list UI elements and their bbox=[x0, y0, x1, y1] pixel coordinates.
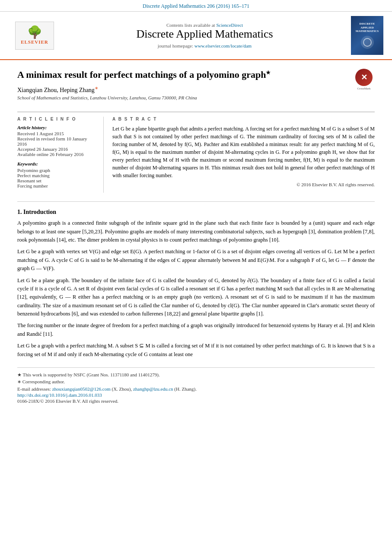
keyword-1: Polyomino graph bbox=[17, 168, 97, 173]
logo-area: 🌳 ELSEVIER bbox=[9, 16, 61, 55]
contents-label: Contents lists available at ScienceDirec… bbox=[166, 22, 243, 28]
title-row: A minimax result for perfect matchings o… bbox=[17, 69, 375, 107]
issn-line: 0166-218X/© 2016 Elsevier B.V. All right… bbox=[17, 398, 375, 405]
copyright-line: © 2016 Elsevier B.V. All rights reserved… bbox=[112, 182, 375, 187]
elsevier-logo: 🌳 ELSEVIER bbox=[15, 22, 54, 50]
paper-title: A minimax result for perfect matchings o… bbox=[17, 69, 271, 81]
logo-tree-icon: 🌳 bbox=[27, 26, 42, 38]
thumb-box: DISCRETE APPLIED MATHEMATICS bbox=[351, 16, 383, 55]
thumb-circle-inner bbox=[363, 38, 372, 47]
thumb-circle bbox=[361, 36, 374, 49]
doi-link[interactable]: http://dx.doi.org/10.1016/j.dam.2016.01.… bbox=[17, 392, 375, 398]
journal-thumbnail: DISCRETE APPLIED MATHEMATICS bbox=[349, 16, 383, 55]
email2-name: (H. Zhang). bbox=[174, 386, 197, 392]
crossmark-icon: ✕ bbox=[355, 69, 373, 86]
intro-para4: The forcing number or the innate degree … bbox=[17, 322, 375, 338]
homepage-link[interactable]: www.elsevier.com/locate/dam bbox=[194, 43, 252, 48]
title-block: A minimax result for perfect matchings o… bbox=[17, 69, 271, 107]
article-info-label: A R T I C L E I N F O bbox=[17, 117, 97, 121]
abstract-divider bbox=[17, 201, 375, 202]
article-info: A R T I C L E I N F O Article history: R… bbox=[17, 117, 104, 193]
keyword-4: Forcing number bbox=[17, 183, 97, 188]
footnote-2: ∗ Corresponding author. bbox=[17, 378, 375, 385]
top-banner: Discrete Applied Mathematics 206 (2016) … bbox=[0, 0, 392, 12]
title-star: ★ bbox=[266, 70, 271, 76]
keyword-3: Resonant set bbox=[17, 178, 97, 183]
keywords-group: Keywords: Polyomino graph Perfect matchi… bbox=[17, 161, 97, 188]
sciencedirect-link[interactable]: ScienceDirect bbox=[216, 22, 243, 28]
email2-link[interactable]: zhanghp@lzu.edu.cn bbox=[133, 386, 173, 392]
intro-para3: Let G be a plane graph. The boundary of … bbox=[17, 277, 375, 318]
accepted: Accepted 26 January 2016 bbox=[17, 146, 97, 152]
logo-box: 🌳 ELSEVIER bbox=[15, 22, 54, 50]
crossmark-label: CrossMark bbox=[357, 87, 370, 90]
journal-title: Discrete Applied Mathematics bbox=[136, 28, 273, 41]
history-label: Article history: bbox=[17, 125, 97, 130]
crossmark[interactable]: ✕ CrossMark bbox=[353, 69, 375, 90]
two-col-layout: A R T I C L E I N F O Article history: R… bbox=[17, 117, 375, 193]
keywords-label: Keywords: bbox=[17, 161, 97, 166]
journal-header: 🌳 ELSEVIER Contents lists available at S… bbox=[0, 12, 392, 60]
intro-para1: A polyomino graph is a connected finite … bbox=[17, 219, 375, 244]
intro-para2: Let G be a graph with vertex set V(G) an… bbox=[17, 248, 375, 273]
keyword-2: Perfect matching bbox=[17, 173, 97, 178]
journal-issue-link[interactable]: Discrete Applied Mathematics 206 (2016) … bbox=[143, 3, 249, 9]
received1: Received 1 August 2015 bbox=[17, 131, 97, 136]
journal-center: Contents lists available at ScienceDirec… bbox=[65, 16, 344, 55]
journal-homepage: journal homepage: www.elsevier.com/locat… bbox=[158, 43, 252, 48]
article-history-group: Article history: Received 1 August 2015 … bbox=[17, 125, 97, 157]
footnote-email: E-mail addresses: zhouxiangqian0502@126.… bbox=[17, 385, 375, 393]
email1-name: (X. Zhou), bbox=[112, 386, 133, 392]
thumb-title: DISCRETE APPLIED MATHEMATICS bbox=[353, 22, 382, 33]
intro-para5: Let G be a graph with a perfect matching… bbox=[17, 342, 375, 359]
logo-name: ELSEVIER bbox=[21, 39, 48, 45]
abstract-label: A B S T R A C T bbox=[112, 117, 375, 121]
available-online: Available online 26 February 2016 bbox=[17, 152, 97, 157]
abstract-text: Let G be a plane bipartite graph that ad… bbox=[112, 125, 375, 179]
authors: Xiangqian Zhou, Heping Zhang∗ bbox=[17, 86, 271, 94]
affiliation: School of Mathematics and Statistics, La… bbox=[17, 95, 271, 100]
intro-heading: 1. Introduction bbox=[17, 209, 375, 216]
main-content: A minimax result for perfect matchings o… bbox=[0, 60, 392, 414]
authors-star: ∗ bbox=[95, 86, 98, 90]
abstract-col: A B S T R A C T Let G be a plane biparti… bbox=[112, 117, 375, 193]
revised: Received in revised form 10 January 2016 bbox=[17, 136, 97, 146]
footnote-1: ★ This work is supported by NSFC (Grant … bbox=[17, 371, 375, 379]
email1-link[interactable]: zhouxiangqian0502@126.com bbox=[52, 386, 111, 392]
footnote-section: ★ This work is supported by NSFC (Grant … bbox=[17, 367, 375, 405]
email-label: E-mail addresses: bbox=[17, 386, 51, 392]
title-divider bbox=[17, 111, 375, 112]
